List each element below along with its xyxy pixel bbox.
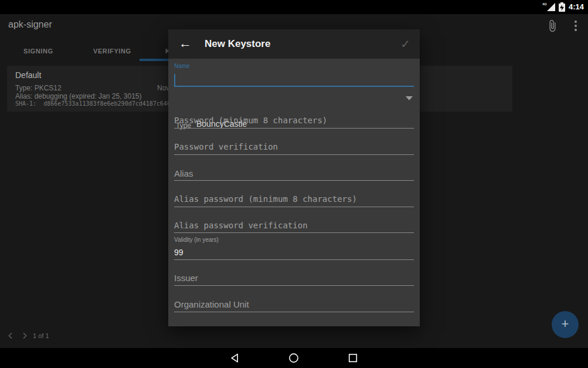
validity-field-underline bbox=[174, 259, 414, 260]
home-circle-icon bbox=[288, 352, 300, 364]
keystore-sha1-line: SHA-1: d866e7533a11383f8e6eb290d7cd4187c… bbox=[15, 100, 185, 107]
status-clock: 4:14 bbox=[569, 2, 584, 11]
tab-signing[interactable]: SIGNING bbox=[23, 48, 53, 55]
tab-verifying[interactable]: VERIFYING bbox=[93, 48, 131, 55]
alias-password-field[interactable]: Alias password (minimum 8 characters) bbox=[174, 194, 414, 204]
alias-field[interactable]: Alias bbox=[174, 168, 414, 178]
sha1-label: SHA-1: bbox=[15, 100, 36, 107]
password-field-underline bbox=[174, 128, 414, 129]
page-indicator: 1 of 1 bbox=[33, 332, 49, 339]
screen: apk-signer SIGNING VERIFYING KEYSTORE De… bbox=[0, 0, 588, 368]
keystore-type-line: Type: PKCS12 bbox=[15, 84, 62, 92]
nav-home-button[interactable] bbox=[288, 352, 300, 364]
keystore-alias-line: Alias: debugging (expired: Jan 25, 3015) bbox=[15, 92, 141, 100]
chevron-left-icon bbox=[6, 331, 15, 340]
keystore-name: Default bbox=[15, 70, 41, 80]
attach-file-icon[interactable] bbox=[546, 19, 559, 32]
alias-password-hint: Alias password (minimum 8 characters) bbox=[174, 194, 414, 204]
sha1-value: d866e7533a11383f8e6eb290d7cd4187c640ba7f bbox=[43, 100, 185, 107]
org-unit-field[interactable]: Organizational Unit bbox=[174, 299, 414, 309]
paperclip-icon bbox=[546, 19, 559, 32]
validity-field-label: Validity (in years) bbox=[174, 237, 414, 243]
new-keystore-dialog: ← New Keystore ✓ Name Type BouncyCastle … bbox=[168, 29, 420, 326]
recents-square-icon bbox=[347, 352, 359, 364]
navigation-bar bbox=[0, 348, 588, 368]
name-field-underline bbox=[174, 86, 414, 87]
alias-password-verification-field[interactable]: Alias password verification bbox=[174, 221, 414, 230]
alias-field-underline bbox=[174, 180, 414, 181]
page-previous-button[interactable] bbox=[6, 331, 15, 340]
issuer-field[interactable]: Issuer bbox=[174, 273, 414, 283]
name-field-label: Name bbox=[174, 63, 414, 69]
password-field-hint: Password (minimum 8 characters) bbox=[174, 116, 414, 125]
nav-recents-button[interactable] bbox=[347, 352, 359, 364]
cellular-signal-icon bbox=[547, 3, 555, 11]
page-next-button[interactable] bbox=[20, 331, 29, 340]
password-field[interactable]: Password (minimum 8 characters) bbox=[174, 116, 414, 125]
plus-icon: + bbox=[562, 316, 569, 331]
password-verification-hint: Password verification bbox=[174, 142, 414, 151]
issuer-field-underline bbox=[174, 285, 414, 286]
org-unit-field-underline bbox=[174, 312, 414, 312]
nav-back-button[interactable] bbox=[229, 352, 241, 364]
dialog-title: New Keystore bbox=[205, 38, 270, 50]
dropdown-arrow-icon[interactable] bbox=[406, 96, 413, 100]
back-arrow-icon[interactable]: ← bbox=[179, 36, 192, 51]
name-field[interactable]: Name bbox=[174, 63, 414, 69]
status-bar: 4G 4:14 bbox=[0, 0, 588, 14]
password-verification-field[interactable]: Password verification bbox=[174, 142, 414, 151]
validity-field-value-wrap[interactable]: 99 bbox=[174, 248, 414, 257]
chevron-right-icon bbox=[20, 331, 29, 340]
validity-field-value: 99 bbox=[174, 248, 414, 257]
battery-charging-icon bbox=[559, 2, 565, 12]
password-verification-underline bbox=[174, 154, 414, 155]
validity-field[interactable]: Validity (in years) bbox=[174, 237, 414, 243]
overflow-menu-icon[interactable] bbox=[572, 19, 579, 32]
add-fab-button[interactable]: + bbox=[552, 311, 579, 338]
dialog-header: ← New Keystore ✓ bbox=[168, 29, 420, 59]
alias-password-verification-underline bbox=[174, 232, 414, 233]
alias-password-underline bbox=[174, 207, 414, 207]
app-title: apk-signer bbox=[8, 19, 52, 30]
org-unit-field-hint: Organizational Unit bbox=[174, 299, 414, 309]
text-cursor bbox=[174, 74, 175, 86]
alias-password-verification-hint: Alias password verification bbox=[174, 221, 414, 230]
issuer-field-hint: Issuer bbox=[174, 273, 414, 283]
signal-type-badge: 4G bbox=[542, 2, 547, 6]
confirm-check-icon[interactable]: ✓ bbox=[400, 37, 410, 51]
alias-field-hint: Alias bbox=[174, 168, 414, 178]
back-triangle-icon bbox=[229, 352, 241, 364]
